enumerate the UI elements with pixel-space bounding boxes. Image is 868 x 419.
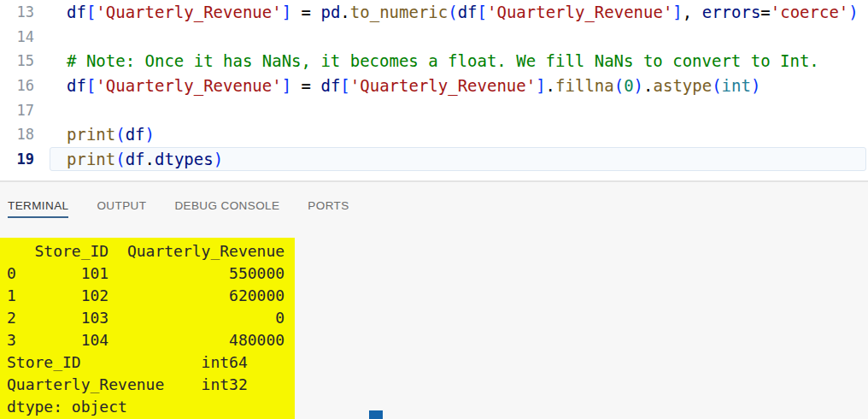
- code-token: [: [86, 76, 96, 95]
- terminal-cursor-block: [369, 410, 383, 419]
- code-token: 'coerce': [771, 3, 849, 21]
- code-token: ): [634, 76, 643, 95]
- tab-ports[interactable]: PORTS: [308, 199, 349, 218]
- code-token: to_numeric: [350, 3, 448, 21]
- vscode-window: 13df['Quarterly_Revenue'] = pd.to_numeri…: [0, 0, 868, 419]
- code-editor[interactable]: 13df['Quarterly_Revenue'] = pd.to_numeri…: [0, 0, 868, 180]
- code-text: df['Quarterly_Revenue'] = pd.to_numeric(…: [67, 3, 859, 21]
- code-line[interactable]: 14: [0, 25, 868, 50]
- code-token: errors: [702, 3, 761, 21]
- line-number: 15: [0, 52, 34, 69]
- line-number: 19: [0, 150, 34, 168]
- line-number: 14: [0, 28, 34, 45]
- code-token: df: [67, 3, 86, 21]
- code-token: =: [291, 76, 320, 95]
- code-token: 0: [624, 76, 633, 95]
- code-token: ]: [672, 3, 682, 21]
- code-token: (: [712, 76, 721, 95]
- code-token: ): [751, 76, 760, 95]
- bottom-panel: TERMINALOUTPUTDEBUG CONSOLEPORTS Store_I…: [0, 182, 868, 419]
- code-token: .: [145, 150, 155, 168]
- code-token: ]: [282, 3, 291, 21]
- code-token: [: [478, 3, 487, 21]
- code-line[interactable]: 13df['Quarterly_Revenue'] = pd.to_numeri…: [0, 0, 868, 25]
- code-token: (: [614, 76, 624, 95]
- code-token: 'Quarterly_Revenue': [96, 3, 281, 21]
- code-token: df: [126, 150, 145, 168]
- code-text: print(df.dtypes): [67, 150, 223, 168]
- code-token: 'Quarterly_Revenue': [350, 76, 536, 95]
- code-token: fillna: [555, 76, 614, 95]
- code-line[interactable]: 19print(df.dtypes): [0, 147, 868, 172]
- code-token: .: [340, 3, 349, 21]
- tab-debug-console[interactable]: DEBUG CONSOLE: [174, 199, 279, 218]
- code-token: ]: [536, 76, 545, 95]
- code-token: ): [145, 125, 155, 144]
- terminal-output[interactable]: Store_ID Quarterly_Revenue 0 101 550000 …: [7, 240, 284, 418]
- code-token: (: [448, 3, 457, 21]
- panel-tab-bar: TERMINALOUTPUTDEBUG CONSOLEPORTS: [0, 182, 868, 218]
- code-token: ): [214, 150, 223, 168]
- code-line[interactable]: 16df['Quarterly_Revenue'] = df['Quarterl…: [0, 74, 868, 98]
- code-token: ,: [683, 3, 702, 21]
- code-text: # Note: Once it has NaNs, it becomes a f…: [67, 51, 819, 70]
- code-token: [: [340, 76, 349, 95]
- code-text: df['Quarterly_Revenue'] = df['Quarterly_…: [67, 76, 760, 95]
- code-token: =: [291, 3, 320, 21]
- code-token: .: [643, 76, 653, 95]
- code-token: astype: [654, 76, 713, 95]
- code-token: df: [320, 76, 340, 95]
- code-token: .: [546, 76, 555, 95]
- code-token: ]: [282, 76, 291, 95]
- code-token: print: [67, 150, 115, 168]
- code-line[interactable]: 18print(df): [0, 122, 868, 147]
- code-text: print(df): [67, 125, 155, 144]
- code-line[interactable]: 15# Note: Once it has NaNs, it becomes a…: [0, 49, 868, 74]
- code-token: df: [126, 125, 145, 144]
- code-token: (: [115, 125, 125, 144]
- code-token: [: [86, 3, 96, 21]
- code-token: pd: [320, 3, 340, 21]
- code-token: 'Quarterly_Revenue': [96, 76, 281, 95]
- line-number: 13: [0, 3, 34, 21]
- code-token: dtypes: [155, 150, 214, 168]
- tab-output[interactable]: OUTPUT: [97, 199, 146, 218]
- code-token: (: [115, 150, 125, 168]
- code-token: =: [760, 3, 770, 21]
- code-token: # Note: Once it has NaNs, it becomes a f…: [67, 51, 819, 70]
- code-token: int: [722, 76, 751, 95]
- line-number: 16: [0, 77, 34, 94]
- code-token: df: [458, 3, 478, 21]
- code-line[interactable]: 17: [0, 97, 868, 122]
- code-token: ): [848, 3, 858, 21]
- code-token: 'Quarterly_Revenue': [487, 3, 672, 21]
- code-token: df: [67, 76, 86, 95]
- code-token: print: [67, 125, 115, 144]
- line-number: 18: [0, 126, 34, 143]
- tab-terminal[interactable]: TERMINAL: [8, 199, 68, 218]
- line-number: 17: [0, 102, 34, 119]
